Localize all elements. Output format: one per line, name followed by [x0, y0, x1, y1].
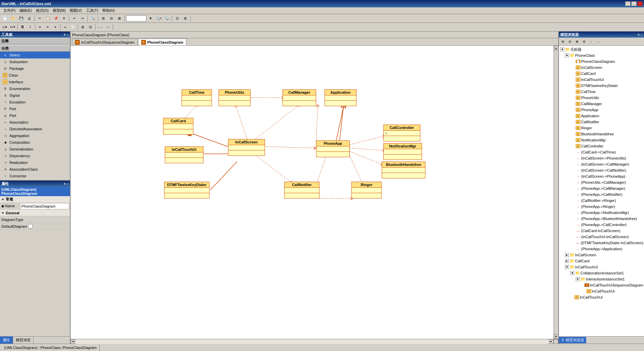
print-button[interactable]: 🖨	[26, 15, 33, 22]
class-incallscreen[interactable]: InCallScreen	[228, 139, 265, 156]
zoom-in[interactable]: 🔍+	[155, 15, 162, 22]
tab-sequence[interactable]: S InCallTouchUiSequenceDiagram	[72, 39, 138, 45]
toolbox-item-associationclass[interactable]: A AssociationClass	[0, 166, 70, 173]
tree-expand-phoneclass[interactable]: ▼	[565, 53, 569, 57]
tree-node-arrow2[interactable]: → (InCallScreen->PhoneUtils)	[560, 155, 643, 161]
tree-node-arrow5[interactable]: → (InCallScreen->PhoneApp)	[560, 173, 643, 179]
toolbox-item-port[interactable]: P Port	[0, 105, 70, 112]
mb-btn3[interactable]: ⊠	[574, 38, 580, 45]
toolbox-item-directedassociation[interactable]: → DirectedAssociation	[0, 126, 70, 132]
class-callcard[interactable]: CallCard	[163, 118, 193, 135]
tree-node-arrow8[interactable]: → (PhoneApp->CallNotifier)	[560, 191, 643, 198]
tree-node-incalltouchui-direct[interactable]: C InCallTouchUi	[560, 294, 643, 300]
tree-node-callmanager-class[interactable]: C CallManager	[560, 101, 643, 107]
tree-node-phoneapp-class[interactable]: C PhoneApp	[560, 107, 643, 113]
align-center[interactable]: ≡	[44, 24, 51, 31]
tree-node-callcard-class[interactable]: C CallCard	[560, 71, 643, 77]
zoom-dropdown[interactable]: ▼	[147, 15, 154, 22]
toolbox-item-dependency[interactable]: ⇢ Dependency	[0, 152, 70, 159]
tab-model-out[interactable]: 模型浏览	[13, 337, 34, 344]
delete-button[interactable]: ✕	[60, 15, 68, 22]
align-left[interactable]: ≡	[36, 24, 44, 31]
tree-node-callcard-folder[interactable]: ► 📁 CallCard	[560, 258, 643, 264]
right-tab-modelbrowser[interactable]: ※ 模型浏览器	[559, 337, 586, 343]
snap-button[interactable]: ⊞	[182, 15, 189, 22]
tree-node-incalltouchui-collab[interactable]: C InCallTouchUi	[560, 288, 643, 294]
menu-help[interactable]: 帮助(H)	[100, 7, 117, 14]
class-callcontroller[interactable]: CallController »	[383, 125, 420, 141]
color-btn[interactable]: A	[62, 24, 69, 31]
tree-node-incalltouchui-folder[interactable]: ▼ 📁 InCallTouchUi	[560, 264, 643, 270]
v-scrollbar[interactable]: ▲ ▼	[554, 46, 558, 339]
tree-node-sequencediagram[interactable]: S InCallTouchUiSequenceDiagram	[560, 282, 643, 288]
zoom-out[interactable]: 🔍-	[163, 15, 171, 22]
btn2[interactable]: ⊟	[108, 15, 115, 22]
class-incalltouchui[interactable]: InCallTouchUi	[165, 146, 203, 163]
maximize-button[interactable]: □	[631, 1, 637, 6]
toolbox-item-subsystem[interactable]: □ Subsystem	[0, 58, 70, 65]
tree-node-arrow9[interactable]: → (CallNotifier->Ringer)	[560, 198, 643, 204]
class-phoneapp[interactable]: PhoneApp	[316, 140, 350, 157]
layout-btn[interactable]: ⊞	[79, 24, 86, 31]
redo-button[interactable]: ↪	[79, 15, 86, 22]
tree-node-calltime-class[interactable]: C CallTime	[560, 89, 643, 95]
tree-node-arrow4[interactable]: → (InCallScreen->CallNotifier)	[560, 167, 643, 173]
tree-node-callcontroller-class[interactable]: C CallController	[560, 143, 643, 149]
menu-file[interactable]: 文件(F)	[1, 7, 17, 14]
mb-btn5[interactable]: ↑	[588, 38, 595, 45]
undo-button[interactable]: ↩	[71, 15, 78, 22]
copy-button[interactable]: 📋	[44, 15, 51, 22]
tree-node-arrow12[interactable]: → (PhoneApp->BluetoothHandsfree)	[560, 216, 643, 222]
new-button[interactable]: 📄	[1, 15, 9, 22]
menu-model[interactable]: 模型(M)	[51, 7, 68, 14]
tree-node-notificationmgr-class[interactable]: C NotificationMgr	[560, 137, 643, 143]
class-notificationmgr[interactable]: NotificationMgr	[383, 143, 422, 160]
tree-node-arrow13[interactable]: → (PhoneApp->CallController)	[560, 222, 643, 228]
mb-btn1[interactable]: ⊞	[560, 38, 566, 45]
tree-node-incalltouchui-class[interactable]: C InCallTouchUi	[560, 77, 643, 83]
menu-edit[interactable]: 编辑(E)	[17, 7, 34, 14]
toolbox-item-class[interactable]: C Class	[0, 72, 70, 79]
tree-node-arrow15[interactable]: — (InCallTouchUi-InCallScreen)	[560, 234, 643, 240]
toolbox-item-aggregation[interactable]: ◇ Aggregation	[0, 132, 70, 139]
tree-node-arrow10[interactable]: → (PhoneApp->Ringer)	[560, 204, 643, 210]
tree-expand-collaboration[interactable]: ▼	[570, 271, 574, 275]
class-bluetoothhandsfree[interactable]: BluetoothHandsfree	[382, 162, 425, 178]
tree-node-arrow7[interactable]: → (PhoneApp->CallManager)	[560, 185, 643, 191]
menu-view[interactable]: 视图(V)	[68, 7, 84, 14]
class-callnotifier[interactable]: CallNotifier	[284, 182, 319, 199]
format-btn2[interactable]: 16▼	[9, 24, 16, 31]
class-dtmf[interactable]: DTMFTwelveKeyDialer	[164, 182, 210, 199]
tree-node-bluetooth-class[interactable]: C BluetoothHandsfree	[560, 131, 643, 137]
save-button[interactable]: 💾	[17, 15, 25, 22]
toolbox-item-exception[interactable]: ! Exception	[0, 99, 70, 105]
tree-expand-incalltouchui[interactable]: ▼	[565, 265, 569, 269]
zoom-input[interactable]: 100%	[126, 15, 146, 21]
toolbox-item-enumeration[interactable]: E Enumeration	[0, 85, 70, 92]
scroll-up[interactable]: ▲	[554, 46, 559, 50]
tree-node-incallscreen-folder[interactable]: ► 📁 InCallScreen	[560, 252, 643, 258]
italic-button[interactable]: I	[27, 24, 34, 31]
scroll-right[interactable]: ►	[549, 339, 554, 344]
arrange-btn[interactable]: ⊟	[87, 24, 94, 31]
tree-node-arrow6[interactable]: → (PhoneUtils->CallManager)	[560, 179, 643, 185]
props-val-name[interactable]	[21, 204, 69, 209]
title-bar-buttons[interactable]: _ □ ×	[625, 1, 643, 6]
mb-btn4[interactable]: ⚙	[581, 38, 588, 45]
tree-node-application-class[interactable]: C Application	[560, 113, 643, 119]
tree-node-phoneclassdiagram[interactable]: 📄 PhoneClassDiagram	[560, 58, 643, 64]
toolbox-item-part[interactable]: p Part	[0, 112, 70, 119]
toolbox-item-interface[interactable]: I Interface	[0, 79, 70, 85]
class-application[interactable]: Application	[325, 89, 356, 106]
class-calltime[interactable]: CallTime	[182, 89, 212, 106]
props-controls[interactable]: × □	[64, 182, 69, 186]
class-callmanager[interactable]: CallManager	[282, 89, 316, 106]
open-button[interactable]: 📂	[9, 15, 17, 22]
more-btn2[interactable]: ↑↓	[104, 24, 112, 31]
tree-node-arrow17[interactable]: → (PhoneApp->Application)	[560, 246, 643, 252]
close-button[interactable]: ×	[637, 1, 643, 6]
toolbox-item-generalization[interactable]: △ Generalization	[0, 146, 70, 152]
tab-properties[interactable]: 属性	[0, 337, 13, 344]
toolbox-item-association[interactable]: — Association	[0, 119, 70, 126]
toolbox-item-package[interactable]: ⊓ Package	[0, 65, 70, 72]
